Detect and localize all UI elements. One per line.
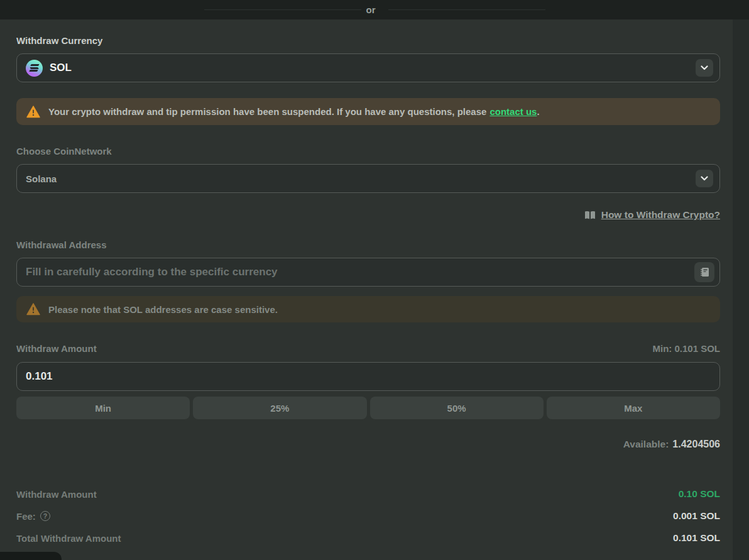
bottom-left-peek-element	[0, 552, 62, 560]
selected-network: Solana	[26, 173, 57, 184]
summary-withdraw-amount-value: 0.10 SOL	[679, 488, 720, 500]
withdraw-panel: Withdraw Currency SOL Your crypto withdr…	[0, 19, 733, 560]
withdraw-amount-input[interactable]	[26, 370, 714, 383]
min-amount-label: Min: 0.101 SOL	[652, 343, 720, 354]
network-dropdown-button[interactable]	[696, 170, 713, 187]
amount-label-row: Withdraw Amount Min: 0.101 SOL	[16, 343, 720, 354]
currency-select[interactable]: SOL	[16, 53, 720, 82]
amount-input-wrapper	[16, 362, 720, 391]
or-divider-label: or	[366, 4, 376, 15]
suspension-text-after: .	[537, 106, 539, 117]
summary-fee-value: 0.001 SOL	[673, 510, 720, 522]
withdrawal-address-input[interactable]	[26, 266, 694, 278]
fee-label-text: Fee:	[16, 511, 36, 522]
divider-line-right	[388, 9, 545, 10]
summary-withdraw-amount-label: Withdraw Amount	[16, 489, 97, 500]
suspension-warning-banner: Your crypto withdraw and tip permission …	[16, 98, 720, 125]
sol-coin-icon	[26, 60, 43, 77]
fee-help-icon[interactable]: ?	[40, 511, 50, 521]
summary-total-value: 0.101 SOL	[673, 532, 720, 544]
chevron-down-icon	[701, 176, 708, 181]
case-sensitive-text: Please note that SOL addresses are case …	[48, 304, 278, 315]
suspension-warning-text: Your crypto withdraw and tip permission …	[48, 106, 540, 117]
case-sensitive-banner: Please note that SOL addresses are case …	[16, 296, 720, 322]
pct-25-button[interactable]: 25%	[193, 397, 366, 419]
network-select[interactable]: Solana	[16, 164, 720, 193]
top-divider-bar: or	[0, 0, 749, 19]
summary-row-withdraw-amount: Withdraw Amount 0.10 SOL	[16, 488, 720, 500]
summary-row-total: Total Withdraw Amount 0.101 SOL	[16, 532, 720, 544]
withdrawal-address-label: Withdrawal Address	[16, 239, 720, 250]
help-link-row: How to Withdraw Crypto?	[16, 209, 720, 221]
book-icon	[584, 211, 596, 220]
suspension-text-before: Your crypto withdraw and tip permission …	[48, 106, 486, 117]
withdraw-amount-label: Withdraw Amount	[16, 343, 97, 354]
max-button[interactable]: Max	[547, 397, 720, 419]
pct-50-button[interactable]: 50%	[370, 397, 544, 419]
quick-amount-row: Min 25% 50% Max	[16, 397, 720, 419]
contact-us-link[interactable]: contact us	[489, 106, 537, 117]
currency-dropdown-button[interactable]	[696, 59, 713, 77]
warning-icon-dim	[26, 303, 40, 316]
summary-total-label: Total Withdraw Amount	[16, 533, 121, 544]
summary-row-fee: Fee: ? 0.001 SOL	[16, 510, 720, 522]
withdraw-summary: Withdraw Amount 0.10 SOL Fee: ? 0.001 SO…	[16, 488, 720, 544]
address-input-wrapper	[16, 258, 720, 287]
withdraw-currency-label: Withdraw Currency	[16, 35, 720, 46]
selected-currency: SOL	[50, 62, 72, 74]
chevron-down-icon	[701, 65, 708, 70]
divider-line-left	[204, 9, 361, 10]
network-label: Choose CoinNetwork	[16, 146, 720, 156]
min-button[interactable]: Min	[16, 397, 190, 419]
address-book-icon	[700, 267, 709, 277]
summary-fee-label: Fee: ?	[16, 511, 50, 522]
available-label: Available:	[623, 439, 669, 450]
warning-icon	[26, 106, 40, 118]
available-value: 1.4204506	[672, 439, 720, 450]
how-to-withdraw-link[interactable]: How to Withdraw Crypto?	[601, 209, 720, 221]
address-book-button[interactable]	[694, 262, 714, 282]
available-row: Available: 1.4204506	[16, 439, 720, 450]
